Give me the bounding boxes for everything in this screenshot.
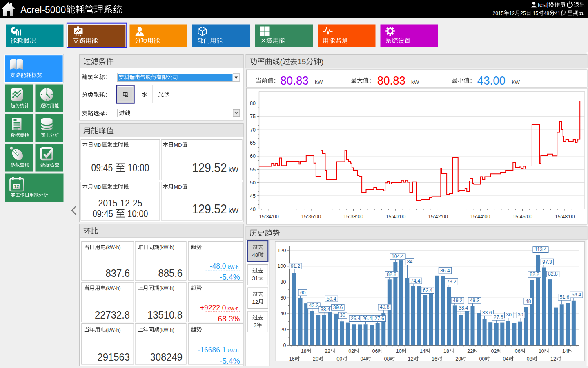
svg-text:80.83: 80.83 <box>281 74 309 87</box>
svg-text:50: 50 <box>250 180 256 186</box>
svg-text:86.4: 86.4 <box>440 268 450 274</box>
svg-text:25: 25 <box>520 10 526 16</box>
svg-text:100: 100 <box>278 263 286 269</box>
svg-text:12: 12 <box>509 10 514 16</box>
svg-text:26.4: 26.4 <box>362 316 372 321</box>
svg-text:48: 48 <box>252 252 258 258</box>
svg-text:48: 48 <box>544 10 550 16</box>
svg-text:837.6: 837.6 <box>105 267 130 279</box>
svg-text:kW·h: kW·h <box>228 348 239 353</box>
svg-text:-5.4%: -5.4% <box>220 273 240 281</box>
svg-text:50.4: 50.4 <box>327 296 336 302</box>
svg-text:73.2: 73.2 <box>447 279 457 285</box>
svg-text:30: 30 <box>518 312 523 318</box>
svg-text:120: 120 <box>278 248 286 254</box>
svg-text:(kW·h): (kW·h) <box>106 327 120 333</box>
svg-text:30: 30 <box>340 312 345 318</box>
svg-text:82.2: 82.2 <box>530 272 539 277</box>
svg-text:MD: MD <box>174 184 182 190</box>
svg-text:14: 14 <box>420 348 425 354</box>
svg-text:15:40:00: 15:40:00 <box>386 214 406 220</box>
svg-text:15: 15 <box>531 10 538 16</box>
svg-text:30: 30 <box>506 312 512 318</box>
svg-text:02: 02 <box>491 348 497 354</box>
svg-text:08: 08 <box>384 356 390 362</box>
svg-text:14: 14 <box>562 348 568 354</box>
svg-text:15:34:00: 15:34:00 <box>259 214 279 220</box>
svg-text:40.8: 40.8 <box>380 304 390 310</box>
svg-text:49.2: 49.2 <box>453 298 463 303</box>
svg-text:(kW·h): (kW·h) <box>160 327 174 333</box>
svg-text:15:48:00: 15:48:00 <box>555 214 575 220</box>
svg-text:(kW·h): (kW·h) <box>106 244 120 250</box>
svg-text:68.3%: 68.3% <box>218 314 240 323</box>
svg-text:60: 60 <box>300 290 306 296</box>
svg-text:kW: kW <box>512 79 520 85</box>
svg-text:06: 06 <box>515 348 521 354</box>
svg-text:MD: MD <box>174 142 182 148</box>
svg-text:2015: 2015 <box>493 10 504 16</box>
svg-text:40: 40 <box>281 311 286 316</box>
svg-text:60: 60 <box>281 295 286 301</box>
svg-text:kW: kW <box>229 207 239 215</box>
svg-text:48: 48 <box>526 298 531 304</box>
svg-text:104.4: 104.4 <box>392 254 404 259</box>
svg-text:MD: MD <box>94 184 102 190</box>
svg-text:00: 00 <box>479 356 485 362</box>
svg-text:51.6: 51.6 <box>560 294 570 300</box>
svg-text:3: 3 <box>254 322 257 328</box>
svg-text:41: 41 <box>555 10 560 16</box>
svg-text:13510.8: 13510.8 <box>147 309 183 321</box>
svg-text:02: 02 <box>348 348 354 354</box>
svg-text:82.8: 82.8 <box>387 272 396 277</box>
svg-text:(kW·h): (kW·h) <box>160 285 174 291</box>
svg-text:22: 22 <box>467 348 473 354</box>
svg-text:60: 60 <box>250 153 256 159</box>
svg-text:-16686.1: -16686.1 <box>198 346 226 354</box>
svg-text:291563: 291563 <box>98 351 130 363</box>
svg-text:kW·h: kW·h <box>228 265 239 269</box>
svg-text:04: 04 <box>503 356 509 362</box>
svg-text:43.2: 43.2 <box>309 303 319 308</box>
svg-text:15:36:00: 15:36:00 <box>301 214 321 220</box>
svg-text:62.4: 62.4 <box>423 287 433 293</box>
svg-text:12: 12 <box>408 356 414 362</box>
svg-text:0: 0 <box>283 343 286 348</box>
svg-text:10:00: 10:00 <box>125 208 148 219</box>
svg-text:09:45: 09:45 <box>92 208 115 219</box>
svg-text:kW·h: kW·h <box>228 306 239 311</box>
svg-text:15:46:00: 15:46:00 <box>512 214 532 220</box>
svg-text:40: 40 <box>250 206 256 212</box>
svg-text:129.52: 129.52 <box>192 161 227 175</box>
svg-text:22732.8: 22732.8 <box>95 309 130 321</box>
svg-text:test|: test| <box>538 2 548 8</box>
svg-text:12: 12 <box>14 184 19 189</box>
svg-text:15: 15 <box>298 57 306 66</box>
svg-text:65: 65 <box>250 140 256 146</box>
svg-text:49.3: 49.3 <box>470 298 480 303</box>
svg-text:55: 55 <box>250 167 256 173</box>
svg-text:38.4: 38.4 <box>321 307 330 312</box>
svg-text:10: 10 <box>396 348 402 354</box>
svg-text:Acrel-5000: Acrel-5000 <box>20 4 66 15</box>
svg-text:(kW·h): (kW·h) <box>160 244 174 250</box>
svg-text:18: 18 <box>443 348 449 354</box>
svg-text:16: 16 <box>289 356 295 362</box>
svg-text:12: 12 <box>252 299 258 305</box>
svg-text:2015-12-25: 2015-12-25 <box>98 197 143 209</box>
svg-text:(kW·h): (kW·h) <box>106 285 120 291</box>
svg-text:26.4: 26.4 <box>351 316 361 321</box>
svg-text:27.6: 27.6 <box>374 316 384 321</box>
svg-text:82.8: 82.8 <box>548 271 558 277</box>
svg-text:22: 22 <box>325 348 330 354</box>
svg-text:308249: 308249 <box>150 351 183 363</box>
svg-text:74.4: 74.4 <box>411 278 421 284</box>
svg-text:70: 70 <box>250 127 256 133</box>
svg-text:39.6: 39.6 <box>333 305 343 310</box>
svg-text:20: 20 <box>455 356 461 362</box>
svg-text:15:44:00: 15:44:00 <box>470 214 490 220</box>
svg-text:129.52: 129.52 <box>192 202 227 216</box>
svg-text:(: ( <box>280 57 283 66</box>
svg-text:84: 84 <box>407 259 413 265</box>
svg-text:08: 08 <box>527 356 532 362</box>
